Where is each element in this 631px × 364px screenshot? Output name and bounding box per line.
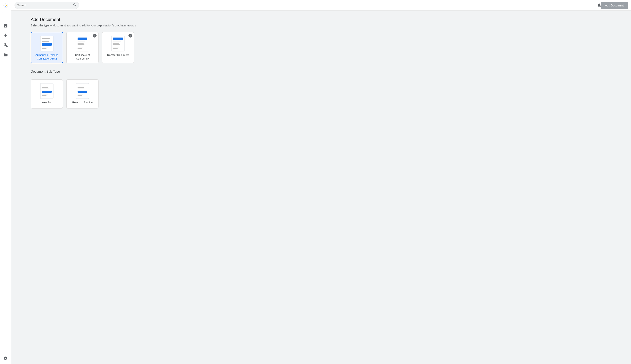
svg-rect-29 [42, 95, 47, 96]
transfer-info-badge[interactable]: i [128, 34, 132, 38]
svg-rect-36 [78, 95, 82, 96]
svg-rect-15 [78, 48, 82, 49]
search-box[interactable] [15, 2, 79, 9]
search-icon [73, 3, 77, 8]
arc-card-label: Authorized Release Certificate (ARC) [34, 53, 60, 60]
sub-type-return-to-service[interactable]: Return to Service [66, 79, 99, 108]
svg-rect-25 [42, 87, 48, 88]
svg-rect-22 [113, 48, 118, 49]
doc-type-cards: Authorized Release Certificate (ARC) i C… [31, 32, 623, 63]
return-to-service-doc-icon [75, 83, 90, 99]
svg-rect-3 [42, 38, 50, 39]
svg-rect-5 [42, 41, 49, 42]
section-divider [31, 76, 623, 76]
transfer-card-label: Transfer Document [107, 53, 129, 57]
sidebar-item-tools[interactable] [2, 41, 10, 49]
svg-rect-35 [78, 94, 83, 94]
add-document-button[interactable]: Add Document [601, 2, 628, 9]
page-subtitle: Select the type of document you want to … [31, 24, 623, 27]
arc-doc-icon [40, 36, 54, 52]
sidebar [0, 0, 11, 364]
page-title: Add Document [31, 17, 623, 22]
svg-rect-31 [78, 86, 85, 86]
return-to-service-card-label: Return to Service [72, 101, 93, 104]
sidebar-item-settings[interactable] [2, 354, 10, 362]
svg-rect-10 [78, 38, 87, 40]
svg-rect-8 [42, 48, 47, 49]
svg-rect-18 [113, 42, 121, 42]
search-input[interactable] [17, 4, 71, 7]
svg-rect-27 [42, 90, 52, 92]
sub-type-cards: New Part Return to Service [31, 79, 623, 108]
svg-rect-28 [42, 94, 48, 94]
svg-rect-33 [78, 88, 84, 89]
svg-rect-32 [78, 87, 84, 88]
svg-rect-21 [113, 47, 119, 48]
new-part-card-label: New Part [41, 101, 52, 104]
sidebar-item-flights[interactable] [2, 32, 10, 40]
new-part-doc-icon [40, 83, 54, 99]
sidebar-item-analytics[interactable] [2, 22, 10, 30]
svg-point-1 [5, 5, 6, 6]
svg-rect-14 [78, 47, 83, 48]
svg-rect-11 [78, 42, 85, 42]
svg-rect-19 [113, 43, 119, 44]
coc-info-badge[interactable]: i [93, 34, 97, 38]
doc-type-arc[interactable]: Authorized Release Certificate (ARC) [31, 32, 63, 63]
sidebar-logo[interactable] [2, 2, 10, 10]
sub-type-new-part[interactable]: New Part [31, 79, 63, 108]
doc-type-transfer[interactable]: i Transfer Document [102, 32, 134, 63]
coc-card-label: Certificate of Conformity [69, 53, 96, 60]
topbar: BA [11, 0, 631, 10]
svg-rect-12 [78, 43, 84, 44]
svg-rect-17 [113, 38, 123, 40]
sub-type-section: Document Sub Type New Part [31, 70, 623, 108]
svg-rect-7 [42, 47, 48, 48]
svg-rect-13 [78, 44, 84, 45]
transfer-doc-icon [111, 36, 125, 52]
sub-type-title: Document Sub Type [31, 70, 623, 74]
main-content: Add Document Select the type of document… [23, 10, 631, 364]
sidebar-item-add[interactable] [2, 12, 10, 20]
svg-rect-24 [42, 86, 50, 86]
svg-rect-6 [42, 43, 52, 46]
sidebar-item-folder[interactable] [2, 51, 10, 59]
coc-doc-icon [75, 36, 90, 52]
doc-type-coc[interactable]: i Certificate of Conformity [66, 32, 99, 63]
svg-rect-4 [42, 40, 48, 40]
svg-rect-26 [42, 88, 49, 89]
svg-rect-20 [113, 44, 120, 45]
svg-rect-34 [78, 90, 87, 92]
